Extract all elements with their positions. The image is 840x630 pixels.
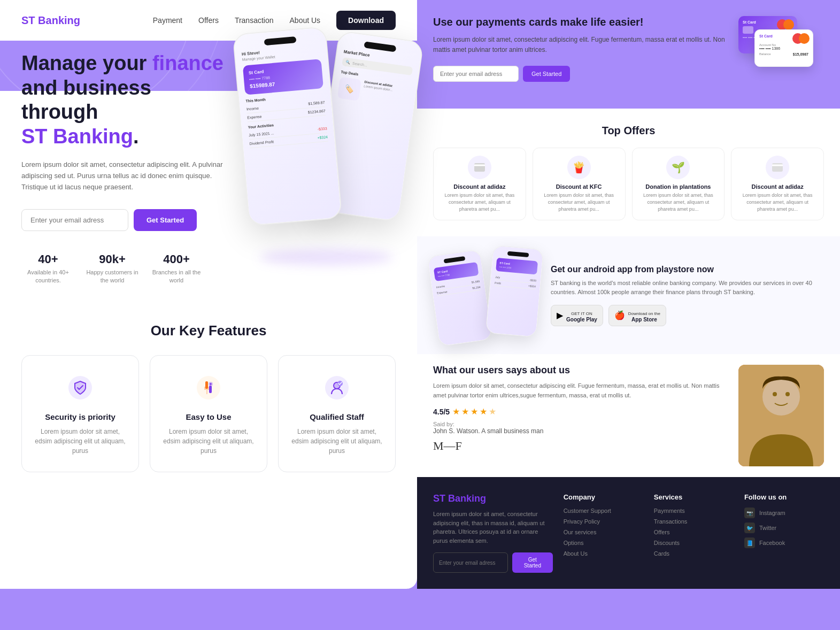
top-offers-section: Top Offers Discount at adidaz Lorem ipsu… xyxy=(417,109,840,236)
footer-offers[interactable]: Offers xyxy=(654,529,734,535)
footer-our-services[interactable]: Our services xyxy=(564,529,643,535)
activity-1-label: July 15 2021 ... xyxy=(249,131,274,137)
footer-social-col: Follow us on 📷 Instagram 🐦 Twitter 📘 Fac… xyxy=(744,493,824,573)
stat-customers-number: 90k+ xyxy=(86,252,139,266)
logo-suffix: Banking xyxy=(35,14,80,26)
app-store-name: App Store xyxy=(628,317,660,322)
footer-payments[interactable]: Paymments xyxy=(654,508,734,514)
hero-cta-row: Get Started xyxy=(21,209,225,231)
footer-email-input[interactable] xyxy=(433,552,508,573)
right-panel-scroll: Top Offers Discount at adidaz Lorem ipsu… xyxy=(417,109,840,589)
card-balance-row: Balance $15,0987 xyxy=(759,52,808,56)
android-phones: ST Card •••• •••• 7788 Income$1,589 Expe… xyxy=(433,247,540,343)
rating-row: 4.5/5 ★ ★ ★ ★ ★ xyxy=(433,406,728,417)
payments-email-input[interactable] xyxy=(433,66,519,82)
android-phone-2: ST Card •••• •••• 1234 July-$333 Profit+… xyxy=(485,245,544,337)
card-white: St Card Account No •••• •••• 1386 Balanc… xyxy=(754,29,813,67)
stat-branches: 400+ Branches in all the world xyxy=(150,252,203,285)
hero-title-end: . xyxy=(133,125,139,148)
offer-icon-2: 🍟 xyxy=(567,156,591,179)
instagram-icon: 📷 xyxy=(744,508,755,518)
footer-options[interactable]: Options xyxy=(564,540,643,546)
star-1: ★ xyxy=(452,406,460,417)
expense-label: Expense xyxy=(247,114,262,119)
svg-rect-11 xyxy=(772,163,783,172)
offer-icon-3: 🌱 xyxy=(666,156,690,179)
stat-countries-label: Available in 40+ countries. xyxy=(21,268,75,285)
features-grid: Security is priority Lorem ipsum dolor s… xyxy=(21,355,396,472)
hero-title-line2: and business through xyxy=(21,76,151,124)
android-section: ST Card •••• •••• 7788 Income$1,589 Expe… xyxy=(417,236,840,354)
svg-rect-10 xyxy=(474,163,485,172)
footer-discounts[interactable]: Discounts xyxy=(654,540,734,546)
stat-branches-label: Branches in all the world xyxy=(150,268,203,285)
logo-prefix: ST xyxy=(21,14,35,26)
activity-1-amount: -$333 xyxy=(317,127,327,132)
offer-4: Discount at adidaz Lorem ipsum dolor sit… xyxy=(731,148,824,220)
signature: M—F xyxy=(433,439,728,453)
svg-point-13 xyxy=(762,378,800,416)
android-title: Get our android app from playstore now xyxy=(551,265,824,274)
rating-value: 4.5/5 xyxy=(433,408,450,416)
footer-twitter-row: 🐦 Twitter xyxy=(744,523,824,533)
card-number-2: •••• •••• 1386 xyxy=(759,47,808,50)
feature-easy-use: Easy to Use Lorem ipsum dolor sit amet, … xyxy=(150,355,267,472)
payments-cta-row: Get Started xyxy=(433,66,728,82)
hero-email-input[interactable] xyxy=(21,209,128,231)
ap-card-2: ST Card •••• •••• 1234 xyxy=(496,258,538,275)
star-2: ★ xyxy=(461,406,469,417)
footer-transactions[interactable]: Transactions xyxy=(654,518,734,525)
payments-card-section: Use our payments cards make life easier!… xyxy=(433,16,824,82)
footer-privacy-policy[interactable]: Privacy Policy xyxy=(564,518,643,525)
footer-facebook[interactable]: Facebook xyxy=(759,540,785,546)
svg-rect-2 xyxy=(205,381,208,389)
offer-desc-3: Lorem ipsum dolor sit amet, thas consect… xyxy=(640,192,717,212)
testimonial-photo xyxy=(738,365,824,466)
footer-cards[interactable]: Cards xyxy=(654,550,734,557)
feature-staff: Qualified Staff Lorem ipsum dolor sit am… xyxy=(278,355,396,472)
nav-offers[interactable]: Offers xyxy=(198,16,219,25)
footer-logo-suffix: Banking xyxy=(445,493,486,504)
features-section: Our Key Features Security is priority Lo… xyxy=(0,301,417,494)
google-play-icon: ▶ xyxy=(557,310,563,320)
star-4: ★ xyxy=(480,406,487,417)
feature-easy-title: Easy to Use xyxy=(161,412,256,421)
nav-about[interactable]: About Us xyxy=(290,16,321,25)
offer-1: Discount at adidaz Lorem ipsum dolor sit… xyxy=(433,148,526,220)
stars: ★ ★ ★ ★ ★ xyxy=(452,406,496,417)
facebook-icon: 📘 xyxy=(744,537,755,548)
mc-circles-2 xyxy=(792,33,810,44)
nav-transaction[interactable]: Transaction xyxy=(235,16,274,25)
payments-hero: Use our payments cards make life easier!… xyxy=(417,0,840,109)
footer-services-col: Services Paymments Transactions Offers D… xyxy=(654,493,734,573)
footer-services-title: Services xyxy=(654,493,734,501)
hero-get-started-button[interactable]: Get Started xyxy=(134,209,197,231)
star-half: ★ xyxy=(489,406,496,417)
payments-description: Lorem ipsum dolor sit amet, consectetur … xyxy=(433,35,728,55)
android-screen-1: ST Card •••• •••• 7788 Income$1,589 Expe… xyxy=(428,250,492,346)
footer-customer-support[interactable]: Customer Support xyxy=(564,508,643,514)
phone-mockup: Market Place 🔍 Search... Top Deals 🏷️ Di… xyxy=(225,25,428,249)
card-logo-white: St Card xyxy=(759,34,773,38)
offer-name-2: Discount at KFC xyxy=(541,183,618,190)
easy-use-icon xyxy=(192,372,225,404)
apple-icon: 🍎 xyxy=(614,310,625,320)
card-top-row: St Card xyxy=(743,20,793,24)
android-desc: ST banking is the world's most reliable … xyxy=(551,279,824,297)
payments-get-started-button[interactable]: Get Started xyxy=(523,66,570,82)
nav-payment[interactable]: Payment xyxy=(153,16,182,25)
app-store-button[interactable]: 🍎 Download on the App Store xyxy=(608,305,666,326)
offer-name-4: Discount at adidaz xyxy=(739,183,816,190)
footer-about-us[interactable]: About Us xyxy=(564,550,643,557)
mc-orange-2 xyxy=(799,33,810,44)
stat-branches-number: 400+ xyxy=(150,252,203,266)
person-name: John S. Watson. A small business man xyxy=(433,427,728,435)
staff-icon xyxy=(321,372,353,404)
footer-get-started-button[interactable]: Get Started xyxy=(512,552,553,573)
footer-instagram[interactable]: Instagram xyxy=(759,510,785,516)
footer: ST Banking Lorem ipsum dolor sit amet, c… xyxy=(417,477,840,589)
offers-grid: Discount at adidaz Lorem ipsum dolor sit… xyxy=(433,148,824,220)
svg-rect-3 xyxy=(209,386,212,393)
footer-twitter[interactable]: Twitter xyxy=(759,525,776,531)
google-play-button[interactable]: ▶ GET IT ON Google Play xyxy=(551,305,603,326)
